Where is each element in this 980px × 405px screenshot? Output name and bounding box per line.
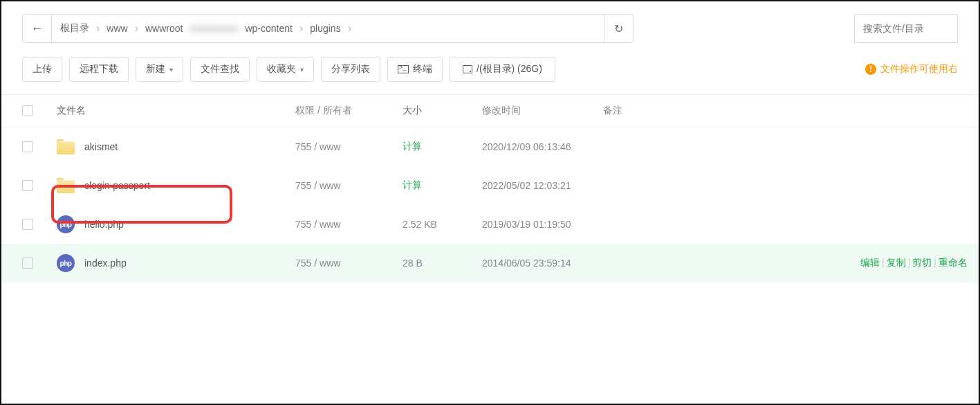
select-all-checkbox[interactable] (22, 105, 33, 116)
file-size: 计算 (403, 141, 482, 153)
favorites-label: 收藏夹 (267, 63, 296, 75)
disk-info-button[interactable]: /(根目录) (26G) (450, 57, 555, 82)
row-checkbox[interactable] (22, 180, 33, 191)
chevron-down-icon: ▾ (300, 66, 304, 73)
action-copy[interactable]: 复制 (887, 257, 906, 268)
calc-size-link[interactable]: 计算 (403, 141, 422, 152)
breadcrumb-item[interactable]: plugins (310, 23, 340, 34)
action-edit[interactable]: 编辑 (860, 257, 880, 268)
row-actions: 编辑|复制|剪切|重命名 (860, 257, 968, 269)
col-size[interactable]: 大小 (403, 105, 482, 117)
file-perm: 755 / www (295, 141, 403, 152)
action-cut[interactable]: 剪切 (912, 257, 932, 268)
calc-size-link[interactable]: 计算 (403, 179, 422, 190)
file-name[interactable]: clogin-passport (84, 180, 150, 191)
table-row[interactable]: akismet755 / www计算2020/12/09 06:13:46 (1, 127, 979, 166)
breadcrumb-item-redacted[interactable]: xxxxxxxxxx (189, 23, 238, 34)
file-name[interactable]: akismet (84, 141, 118, 152)
php-icon: php (57, 254, 75, 272)
file-mtime: 2014/06/05 23:59:14 (482, 258, 603, 269)
share-list-button[interactable]: 分享列表 (321, 57, 380, 82)
terminal-button[interactable]: 终端 (387, 57, 443, 82)
terminal-icon (398, 65, 409, 73)
action-rename[interactable]: 重命名 (939, 257, 968, 268)
file-mtime: 2020/12/09 06:13:46 (482, 141, 603, 152)
tip-text: ! 文件操作可使用右 (865, 63, 958, 75)
new-label: 新建 (146, 63, 165, 75)
row-checkbox[interactable] (22, 141, 33, 152)
folder-icon (57, 139, 75, 154)
chevron-right-icon: › (348, 22, 351, 35)
row-checkbox[interactable] (22, 219, 33, 230)
breadcrumb-item[interactable]: 根目录 (60, 22, 89, 35)
table-header: 文件名 权限 / 所有者 大小 修改时间 备注 (1, 94, 979, 127)
col-note[interactable]: 备注 (603, 105, 958, 117)
file-perm: 755 / www (295, 258, 403, 269)
new-button[interactable]: 新建▾ (136, 57, 183, 82)
table-row[interactable]: clogin-passport755 / www计算2022/05/02 12:… (1, 166, 979, 205)
tip-label: 文件操作可使用右 (880, 63, 958, 75)
file-find-button[interactable]: 文件查找 (190, 57, 250, 82)
search-input[interactable] (863, 23, 949, 34)
col-mtime[interactable]: 修改时间 (482, 105, 603, 117)
breadcrumb-bar: ← 根目录 › www › wwwroot xxxxxxxxxx wp-cont… (22, 14, 634, 43)
file-size: 计算 (403, 179, 482, 192)
search-box[interactable] (854, 14, 958, 43)
breadcrumb-item[interactable]: wwwroot (145, 23, 183, 34)
file-perm: 755 / www (295, 180, 403, 191)
remote-download-button[interactable]: 远程下载 (69, 57, 129, 82)
favorites-button[interactable]: 收藏夹▾ (257, 57, 314, 82)
table-row[interactable]: phphello.php755 / www2.52 KB2019/03/19 0… (1, 205, 979, 244)
file-size: 28 B (403, 258, 482, 269)
toolbar: 上传 远程下载 新建▾ 文件查找 收藏夹▾ 分享列表 终端 /(根目录) (26… (1, 50, 979, 94)
refresh-icon: ↻ (614, 22, 623, 35)
file-name[interactable]: hello.php (84, 219, 124, 230)
breadcrumb-item[interactable]: wp-content (245, 23, 292, 34)
file-table: 文件名 权限 / 所有者 大小 修改时间 备注 akismet755 / www… (1, 94, 979, 282)
chevron-right-icon: › (135, 22, 138, 35)
col-name[interactable]: 文件名 (57, 105, 295, 117)
file-mtime: 2019/03/19 01:19:50 (482, 219, 603, 230)
arrow-left-icon: ← (31, 21, 44, 36)
file-mtime: 2022/05/02 12:03:21 (482, 180, 603, 191)
table-row[interactable]: phpindex.php755 / www28 B2014/06/05 23:5… (1, 244, 979, 282)
breadcrumb: 根目录 › www › wwwroot xxxxxxxxxx wp-conten… (52, 22, 604, 35)
back-button[interactable]: ← (23, 15, 52, 42)
chevron-down-icon: ▾ (169, 66, 173, 73)
upload-button[interactable]: 上传 (22, 57, 62, 82)
php-icon: php (57, 215, 75, 233)
file-name[interactable]: index.php (84, 258, 127, 269)
file-size: 2.52 KB (403, 219, 482, 230)
file-perm: 755 / www (295, 219, 403, 230)
folder-icon (57, 178, 75, 193)
terminal-label: 终端 (413, 63, 432, 75)
disk-info-label: /(根目录) (26G) (477, 63, 542, 75)
chevron-right-icon: › (299, 22, 303, 35)
col-perm[interactable]: 权限 / 所有者 (295, 105, 403, 117)
disk-icon (463, 65, 472, 73)
info-icon: ! (865, 64, 876, 75)
refresh-button[interactable]: ↻ (604, 15, 633, 42)
breadcrumb-item[interactable]: www (107, 23, 127, 34)
row-checkbox[interactable] (22, 258, 33, 269)
chevron-right-icon: › (96, 22, 100, 35)
